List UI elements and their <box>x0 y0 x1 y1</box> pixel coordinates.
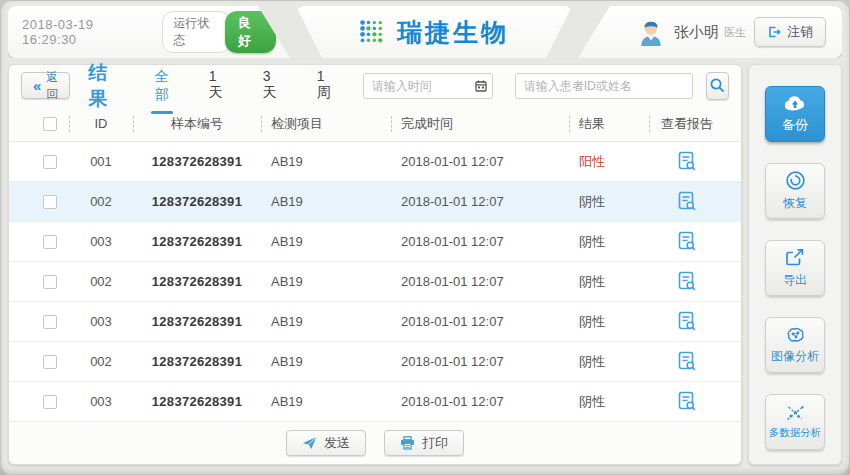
results-panel: « 返回 结果 全部 1天 3天 1周 <box>8 64 742 465</box>
brand-name: 瑞捷生物 <box>397 16 509 49</box>
sidebar-item-label: 图像分析 <box>771 348 819 365</box>
send-button[interactable]: 发送 <box>286 430 366 456</box>
cell-sample: 128372628391 <box>133 302 261 341</box>
view-report-button[interactable] <box>678 351 697 372</box>
search-icon <box>709 77 726 94</box>
view-report-button[interactable] <box>678 191 697 212</box>
doctor-avatar <box>638 18 664 46</box>
table-row[interactable]: 001 128372628391 AB19 2018-01-01 12:07 阳… <box>9 142 741 182</box>
cell-project: AB19 <box>261 382 391 421</box>
report-icon <box>678 271 697 292</box>
cell-time: 2018-01-01 12:07 <box>391 342 569 381</box>
table-row[interactable]: 002 128372628391 AB19 2018-01-01 12:07 阴… <box>9 262 741 302</box>
send-plane-icon <box>302 436 317 450</box>
brand-logo-icon <box>359 19 385 45</box>
row-checkbox[interactable] <box>43 355 57 369</box>
column-sample: 样本编号 <box>133 106 261 141</box>
cell-id: 001 <box>69 142 133 181</box>
row-checkbox[interactable] <box>43 155 57 169</box>
cell-sample: 128372628391 <box>133 382 261 421</box>
print-button[interactable]: 打印 <box>384 430 464 456</box>
sidebar-item-label: 备份 <box>782 116 808 134</box>
view-report-button[interactable] <box>678 151 697 172</box>
select-all-cell <box>25 106 69 141</box>
cell-id: 002 <box>69 182 133 221</box>
report-icon <box>678 191 697 212</box>
select-all-checkbox[interactable] <box>43 117 57 131</box>
sidebar-item-restore[interactable]: 恢复 <box>765 163 825 219</box>
table-row[interactable]: 003 128372628391 AB19 2018-01-01 12:07 阴… <box>9 222 741 262</box>
logout-button[interactable]: 注销 <box>754 17 826 47</box>
column-time: 完成时间 <box>391 106 569 141</box>
table-row[interactable]: 002 128372628391 AB19 2018-01-01 12:07 阴… <box>9 182 741 222</box>
cell-project: AB19 <box>261 142 391 181</box>
panel-footer: 发送 打印 <box>9 422 741 464</box>
view-report-button[interactable] <box>678 271 697 292</box>
sidebar-item-image-analysis[interactable]: 图像分析 <box>765 317 825 373</box>
cell-result: 阳性 <box>569 142 649 181</box>
app-window: 2018-03-19 16:29:30 运行状态 良好 瑞捷生物 张小明 医生 <box>0 0 850 475</box>
column-result: 结果 <box>569 106 649 141</box>
cell-result: 阴性 <box>569 302 649 341</box>
tab-all[interactable]: 全部 <box>153 64 171 108</box>
image-analysis-brain-icon <box>785 326 806 344</box>
filter-tabs: 全部 1天 3天 1周 <box>153 64 333 108</box>
view-report-button[interactable] <box>678 311 697 332</box>
back-button[interactable]: « 返回 <box>21 72 70 99</box>
cell-sample: 128372628391 <box>133 222 261 261</box>
row-checkbox[interactable] <box>43 235 57 249</box>
user-role: 医生 <box>724 25 746 40</box>
cell-id: 002 <box>69 342 133 381</box>
time-input[interactable] <box>363 73 493 99</box>
user-name: 张小明 <box>674 23 719 42</box>
logout-label: 注销 <box>787 23 813 41</box>
tab-1day[interactable]: 1天 <box>207 64 225 108</box>
sidebar-item-label: 导出 <box>783 272 807 289</box>
run-status-label: 运行状态 <box>162 11 231 53</box>
sidebar: 备份 恢复 导出 图像分析 <box>748 64 842 465</box>
row-checkbox[interactable] <box>43 315 57 329</box>
cell-time: 2018-01-01 12:07 <box>391 182 569 221</box>
tab-1week[interactable]: 1周 <box>315 64 333 108</box>
cell-id: 003 <box>69 222 133 261</box>
cell-id: 003 <box>69 302 133 341</box>
row-checkbox[interactable] <box>43 195 57 209</box>
logout-icon <box>767 25 781 39</box>
print-label: 打印 <box>422 434 448 452</box>
view-report-button[interactable] <box>678 391 697 412</box>
patient-input[interactable] <box>515 73 693 99</box>
send-label: 发送 <box>324 434 350 452</box>
search-button[interactable] <box>706 72 729 100</box>
table-row[interactable]: 003 128372628391 AB19 2018-01-01 12:07 阴… <box>9 382 741 422</box>
datetime-text: 2018-03-19 16:29:30 <box>22 17 148 47</box>
header-status-card: 2018-03-19 16:29:30 运行状态 良好 <box>8 6 290 58</box>
cell-time: 2018-01-01 12:07 <box>391 302 569 341</box>
report-icon <box>678 351 697 372</box>
sidebar-item-export[interactable]: 导出 <box>765 240 825 296</box>
sidebar-item-multi-data-analysis[interactable]: 多数据分析 <box>765 394 825 450</box>
cell-sample: 128372628391 <box>133 342 261 381</box>
cell-result: 阴性 <box>569 382 649 421</box>
cell-time: 2018-01-01 12:07 <box>391 382 569 421</box>
multi-data-analysis-icon <box>785 404 806 422</box>
results-toolbar: « 返回 结果 全部 1天 3天 1周 <box>9 65 741 106</box>
cell-project: AB19 <box>261 342 391 381</box>
report-icon <box>678 231 697 252</box>
table-row[interactable]: 002 128372628391 AB19 2018-01-01 12:07 阴… <box>9 342 741 382</box>
cell-time: 2018-01-01 12:07 <box>391 142 569 181</box>
tab-3days[interactable]: 3天 <box>261 64 279 108</box>
calendar-icon[interactable] <box>475 80 487 92</box>
row-checkbox[interactable] <box>43 395 57 409</box>
report-icon <box>678 391 697 412</box>
row-checkbox[interactable] <box>43 275 57 289</box>
table-header: ID 样本编号 检测项目 完成时间 结果 查看报告 <box>9 106 741 142</box>
view-report-button[interactable] <box>678 231 697 252</box>
time-search-field <box>363 73 493 99</box>
patient-search-field <box>515 73 693 99</box>
backup-cloud-icon <box>783 95 807 112</box>
cell-result: 阴性 <box>569 262 649 301</box>
table-body: 001 128372628391 AB19 2018-01-01 12:07 阳… <box>9 142 741 422</box>
table-row[interactable]: 003 128372628391 AB19 2018-01-01 12:07 阴… <box>9 302 741 342</box>
sidebar-item-backup[interactable]: 备份 <box>765 86 825 142</box>
printer-icon <box>400 436 415 450</box>
